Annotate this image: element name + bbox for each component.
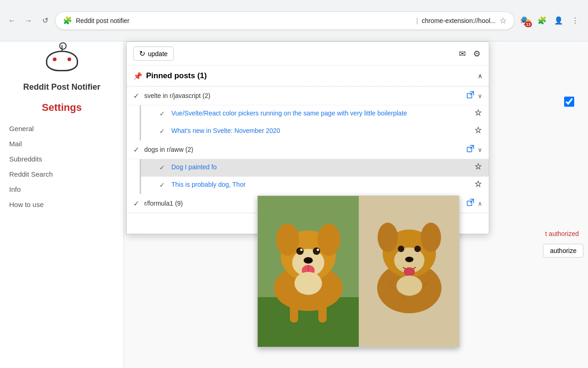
address-bar[interactable]: 🧩 Reddit post notifier | chrome-extensio… [55,12,514,30]
puzzle-icon: 🧩 [537,16,547,25]
gear-icon: ⚙ [473,49,481,58]
mail-icon: ✉ [459,49,466,58]
back-button[interactable]: ← [6,14,18,27]
svelte-check: ✓ [133,92,141,100]
refresh-button[interactable]: ↺ [39,14,51,27]
post3-pin-button[interactable] [474,163,482,173]
sidebar-item-info[interactable]: Info [9,182,114,197]
svg-point-13 [317,249,319,251]
svg-point-11 [313,247,320,255]
pinned-collapse-button[interactable]: ∧ [478,72,482,80]
sidebar-logo: Reddit Post Notifier [9,51,114,92]
sidebar-settings-label: Settings [9,102,114,114]
toolbar-icons: 🎭 13 🧩 👤 ⋮ [518,13,582,28]
account-icon: 👤 [554,16,563,25]
star-icon[interactable]: ☆ [499,16,507,26]
svelte-name: svelte in r/javascript (2) [144,92,461,99]
sidebar: Reddit Post Notifier Settings General Ma… [0,41,124,368]
svelte-collapse-button[interactable]: ∨ [478,92,482,99]
formula1-collapse-button[interactable]: ∧ [478,200,482,207]
dog-image-preview [258,196,459,347]
dogs-check: ✓ [133,145,141,154]
formula1-external-link[interactable] [467,199,474,208]
post2-title[interactable]: What's new in Svelte: November 2020 [171,126,469,136]
post2-pin-button[interactable] [474,126,482,137]
sidebar-item-mail[interactable]: Mail [9,136,114,151]
post2-check: ✓ [159,127,167,135]
post4-check: ✓ [159,181,167,189]
sidebar-nav: General Mail Subreddits Reddit Search In… [9,121,114,212]
authorize-button[interactable]: authorize [543,244,583,258]
not-authorized-text: t authorized [545,230,579,237]
dogs-external-link[interactable] [467,145,474,154]
svg-point-10 [296,247,304,255]
address-main-text: Reddit post notifier [76,17,413,24]
svelte-external-link[interactable] [467,91,474,100]
post1-check: ✓ [159,110,167,117]
post1-pin-button[interactable] [474,109,482,119]
popup-header: ↻ update ✉ ⚙ [127,42,489,66]
dogs-name: dogs in r/aww (2) [144,146,461,153]
more-icon: ⋮ [571,16,579,25]
subscription-row-svelte: ✓ svelte in r/javascript (2) ∨ [127,86,489,105]
svg-point-7 [276,224,299,256]
logo-eye-right [68,58,71,61]
svg-point-24 [421,223,441,252]
sidebar-title: Reddit Post Notifier [9,82,114,92]
svg-point-26 [398,246,404,252]
svg-point-27 [414,246,421,252]
subscription-row-dogs: ✓ dogs in r/aww (2) ∨ [127,140,489,159]
pinned-section: 📌 Pinned posts (1) ∧ [127,66,489,86]
image-tooltip [257,196,459,347]
extension-puzzle-icon: 🧩 [63,16,72,25]
logo-image [44,51,80,78]
svg-rect-18 [290,304,298,322]
post4-title[interactable]: This is probably dog, Thor [171,180,469,190]
forward-button[interactable]: → [22,14,35,27]
svg-point-28 [405,257,413,262]
sidebar-item-subreddits[interactable]: Subreddits [9,151,114,167]
post-item-svelte-nov: ✓ What's new in Svelte: November 2020 [140,123,489,140]
account-button[interactable]: 👤 [551,13,566,28]
pin-icon: 📌 [133,72,142,80]
update-label: update [148,50,168,58]
svg-point-29 [404,267,415,276]
settings-icon-button[interactable]: ⚙ [471,47,482,61]
post-item-dog-painted: ✓ Dog I painted fo [140,159,489,177]
svg-rect-19 [318,304,327,322]
post1-title[interactable]: Vue/Svelte/React color pickers running o… [171,109,469,118]
notification-badge: 13 [525,22,532,27]
sidebar-item-general[interactable]: General [9,121,114,136]
dogs-collapse-button[interactable]: ∨ [478,146,482,153]
extension-avatar-button[interactable]: 🎭 13 [518,13,533,28]
update-button[interactable]: ↻ update [133,46,174,61]
sidebar-item-how-to-use[interactable]: How to use [9,197,114,212]
svg-point-23 [378,223,398,252]
svg-point-12 [300,249,303,251]
extensions-button[interactable]: 🧩 [535,13,549,28]
sidebar-item-reddit-search[interactable]: Reddit Search [9,167,114,182]
checkbox-area [564,97,574,109]
post-item-vue-svelte: ✓ Vue/Svelte/React color pickers running… [140,105,489,123]
not-authorized-label: t authorized [545,230,579,237]
address-url-text: chrome-extension://hool... [422,17,496,24]
svg-point-17 [294,272,322,295]
svg-point-8 [317,224,340,256]
post-item-thor: ✓ This is probably dog, Thor [140,177,489,194]
browser-bar: ← → ↺ 🧩 Reddit post notifier | chrome-ex… [0,0,588,41]
logo-face [46,51,78,71]
post3-check: ✓ [159,164,167,171]
popup-header-icons: ✉ ⚙ [457,47,482,61]
post3-title[interactable]: Dog I painted fo [171,163,469,172]
address-divider: | [416,17,418,24]
logo-antenna [62,45,62,52]
refresh-icon: ↻ [139,49,145,58]
logo-eye-left [53,58,57,61]
mail-icon-button[interactable]: ✉ [457,47,468,61]
formula1-check: ✓ [133,199,141,208]
main-checkbox[interactable] [564,97,574,107]
pinned-label: Pinned posts (1) [146,71,474,80]
more-menu-button[interactable]: ⋮ [568,13,582,28]
svg-point-14 [304,257,313,264]
post4-pin-button[interactable] [474,180,482,190]
